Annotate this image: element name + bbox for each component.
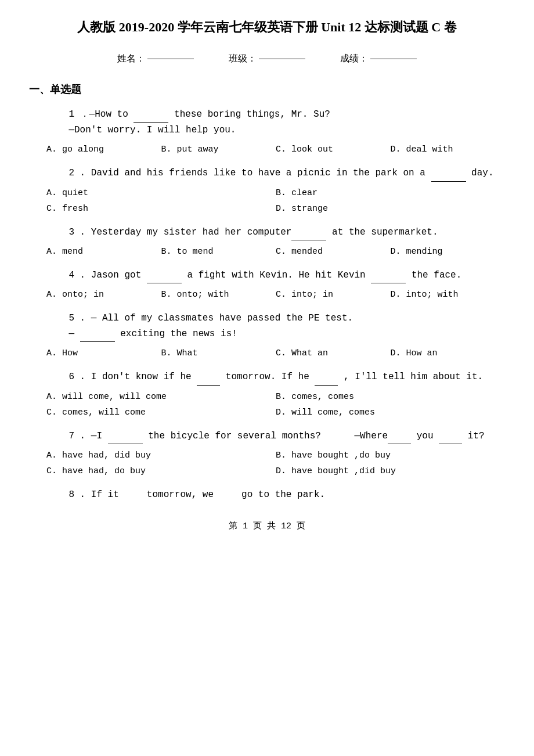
q5-options: A. How B. What C. What an D. How an: [46, 345, 505, 361]
q6-blank1: [197, 385, 220, 386]
q2-optB: B. clear: [276, 185, 505, 201]
question-6: 6 . I don't know if he tomorrow. If he ,…: [46, 369, 505, 420]
q7-blank2: [388, 444, 411, 444]
q4-optB: B. onto; with: [161, 287, 276, 303]
info-row: 姓名： 班级： 成绩：: [29, 53, 505, 65]
name-field: 姓名：: [117, 53, 194, 65]
q4-blank1: [147, 283, 182, 283]
q4-text: 4 . Jason got a fight with Kevin. He hit…: [46, 268, 505, 283]
q1-optA: A. go along: [46, 142, 161, 157]
q1-optC: C. look out: [276, 142, 391, 157]
q4-optA: A. onto; in: [46, 287, 161, 303]
q6-blank2: [315, 385, 338, 386]
q4-optD: D. into; with: [391, 287, 506, 303]
q2-options: A. quiet B. clear C. fresh D. strange: [46, 185, 505, 217]
q1-optB: B. put away: [161, 142, 276, 157]
q3-options: A. mend B. to mend C. mended D. mending: [46, 244, 505, 260]
q1-optD: D. deal with: [391, 142, 506, 157]
q4-options: A. onto; in B. onto; with C. into; in D.…: [46, 287, 505, 303]
q1-text2: —Don't worry. I will help you.: [46, 123, 505, 138]
q6-optA: A. will come, will come: [46, 389, 276, 405]
class-label: 班级：: [229, 53, 257, 65]
q6-options: A. will come, will come B. comes, comes …: [46, 389, 505, 420]
q6-optC: C. comes, will come: [46, 405, 276, 420]
q7-options: A. have had, did buy B. have bought ,do …: [46, 448, 505, 479]
footer-page: 第 1 页 共 12 页: [29, 520, 505, 531]
section-title: 一、单选题: [29, 82, 505, 96]
q7-blank1: [108, 444, 143, 444]
score-label: 成绩：: [340, 53, 368, 65]
q2-optA: A. quiet: [46, 185, 276, 201]
q7-blank3: [439, 444, 462, 444]
q5-text1: 5 . — All of my classmates have passed t…: [46, 311, 505, 326]
q6-text: 6 . I don't know if he tomorrow. If he ,…: [46, 369, 505, 385]
question-8: 8 . If it tomorrow, we go to the park.: [46, 487, 505, 503]
q3-blank: [291, 240, 326, 240]
q5-text2: — exciting the news is!: [46, 326, 505, 342]
question-5: 5 . — All of my classmates have passed t…: [46, 311, 505, 361]
q2-text: 2 . David and his friends like to have a…: [46, 165, 505, 181]
q7-text: 7 . —I the bicycle for several months? —…: [46, 429, 505, 444]
q5-optD: D. How an: [391, 345, 506, 361]
q7-optC: C. have had, do buy: [46, 463, 276, 479]
q5-optA: A. How: [46, 345, 161, 361]
q5-blank: [80, 341, 115, 342]
question-2: 2 . David and his friends like to have a…: [46, 165, 505, 216]
q4-blank2: [371, 283, 406, 283]
score-underline: [370, 59, 417, 59]
question-3: 3 . Yesterday my sister had her computer…: [46, 225, 505, 260]
q5-optB: B. What: [161, 345, 276, 361]
q6-optD: D. will come, comes: [276, 405, 505, 420]
q3-optD: D. mending: [391, 244, 506, 260]
q7-optA: A. have had, did buy: [46, 448, 276, 463]
class-field: 班级：: [229, 53, 305, 65]
score-field: 成绩：: [340, 53, 417, 65]
q3-optB: B. to mend: [161, 244, 276, 260]
page-title: 人教版 2019-2020 学年云南七年级英语下册 Unit 12 达标测试题 …: [29, 17, 505, 37]
q2-blank: [431, 181, 466, 182]
name-underline: [147, 59, 194, 59]
q1-text: 1 ．—How to these boring things, Mr. Su?: [46, 107, 505, 123]
q4-optC: C. into; in: [276, 287, 391, 303]
q7-optD: D. have bought ,did buy: [276, 463, 505, 479]
q3-optC: C. mended: [276, 244, 391, 260]
q3-optA: A. mend: [46, 244, 161, 260]
question-7: 7 . —I the bicycle for several months? —…: [46, 429, 505, 479]
name-label: 姓名：: [117, 53, 145, 65]
q8-text: 8 . If it tomorrow, we go to the park.: [46, 487, 505, 503]
q3-text: 3 . Yesterday my sister had her computer…: [46, 225, 505, 240]
question-1: 1 ．—How to these boring things, Mr. Su? …: [46, 107, 505, 157]
class-underline: [259, 59, 305, 59]
q6-optB: B. comes, comes: [276, 389, 505, 405]
q2-optD: D. strange: [276, 201, 505, 217]
q5-optC: C. What an: [276, 345, 391, 361]
question-4: 4 . Jason got a fight with Kevin. He hit…: [46, 268, 505, 303]
q1-options: A. go along B. put away C. look out D. d…: [46, 142, 505, 157]
q2-optC: C. fresh: [46, 201, 276, 217]
q7-optB: B. have bought ,do buy: [276, 448, 505, 463]
